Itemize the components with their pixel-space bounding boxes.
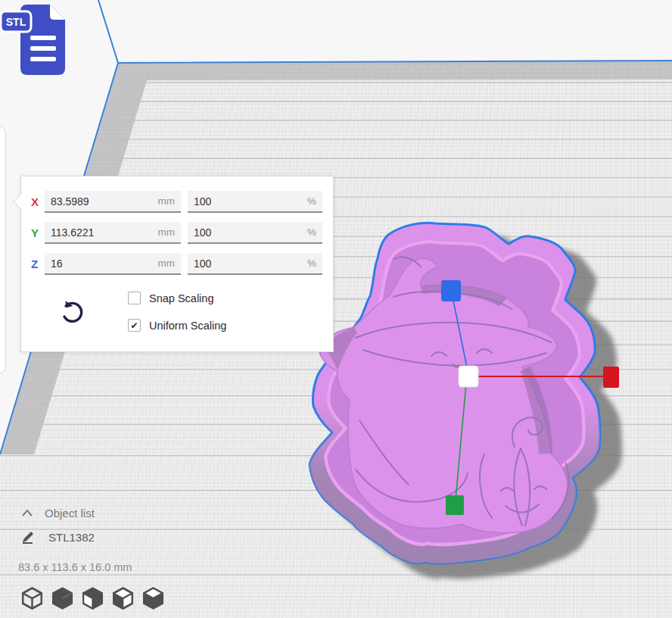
axis-label: Y	[31, 226, 45, 239]
z-percent-field[interactable]: %	[188, 253, 322, 275]
model-dimensions: 83.6 x 113.6 x 16.0 mm	[18, 561, 132, 573]
z-size-input[interactable]	[51, 258, 154, 270]
pencil-icon	[21, 530, 36, 544]
y-size-unit: mm	[158, 226, 176, 238]
object-list-label: Object list	[45, 507, 95, 520]
gizmo-x-handle[interactable]	[603, 367, 619, 388]
uniform-scaling-label: Uniform Scaling	[149, 320, 226, 332]
view-right-icon[interactable]	[143, 587, 163, 610]
scale-tool-panel: X mm % Y mm % Z mm %	[20, 176, 334, 352]
view-3d-icon[interactable]	[22, 587, 42, 610]
x-size-unit: mm	[158, 195, 176, 207]
scale-row-x: X mm %	[21, 191, 333, 214]
snap-scaling-checkbox[interactable]	[128, 292, 141, 304]
view-front-icon[interactable]	[52, 587, 73, 610]
object-name: STL1382	[48, 531, 95, 544]
y-percent-unit: %	[307, 226, 316, 238]
x-size-field[interactable]: mm	[45, 191, 181, 213]
reset-scale-button[interactable]	[59, 300, 85, 326]
stl-file-icon: STL	[0, 2, 76, 80]
z-size-field[interactable]: mm	[45, 253, 181, 275]
chevron-up-icon	[21, 509, 33, 518]
x-percent-unit: %	[307, 195, 316, 207]
snap-scaling-label: Snap Scaling	[149, 292, 213, 304]
gizmo-z-handle[interactable]	[441, 280, 461, 301]
uniform-scaling-checkbox[interactable]	[128, 319, 141, 332]
camera-view-toolbar	[22, 587, 163, 610]
z-percent-input[interactable]	[194, 258, 303, 270]
snap-scaling-row: Snap Scaling	[128, 292, 213, 304]
gizmo-center-handle[interactable]	[459, 366, 478, 387]
x-size-input[interactable]	[51, 195, 154, 208]
uniform-scaling-row: Uniform Scaling	[128, 319, 226, 332]
y-size-field[interactable]: mm	[45, 222, 181, 244]
x-percent-input[interactable]	[194, 195, 303, 208]
gizmo-y-handle[interactable]	[446, 495, 464, 515]
axis-label: Z	[31, 258, 45, 270]
y-percent-input[interactable]	[194, 226, 303, 239]
stl-badge-label: STL	[6, 16, 26, 28]
view-left-icon[interactable]	[113, 587, 133, 610]
y-size-input[interactable]	[51, 226, 154, 239]
axis-label: X	[31, 195, 45, 208]
object-list-toggle[interactable]: Object list	[21, 507, 95, 520]
y-percent-field[interactable]: %	[188, 222, 322, 244]
object-name-row[interactable]: STL1382	[21, 530, 95, 544]
z-percent-unit: %	[307, 258, 316, 269]
view-top-icon[interactable]	[82, 587, 103, 610]
scale-row-y: Y mm %	[21, 222, 333, 245]
x-percent-field[interactable]: %	[188, 191, 322, 213]
left-toolbar[interactable]	[0, 126, 6, 374]
z-size-unit: mm	[158, 258, 176, 269]
scale-row-z: Z mm %	[21, 253, 333, 276]
